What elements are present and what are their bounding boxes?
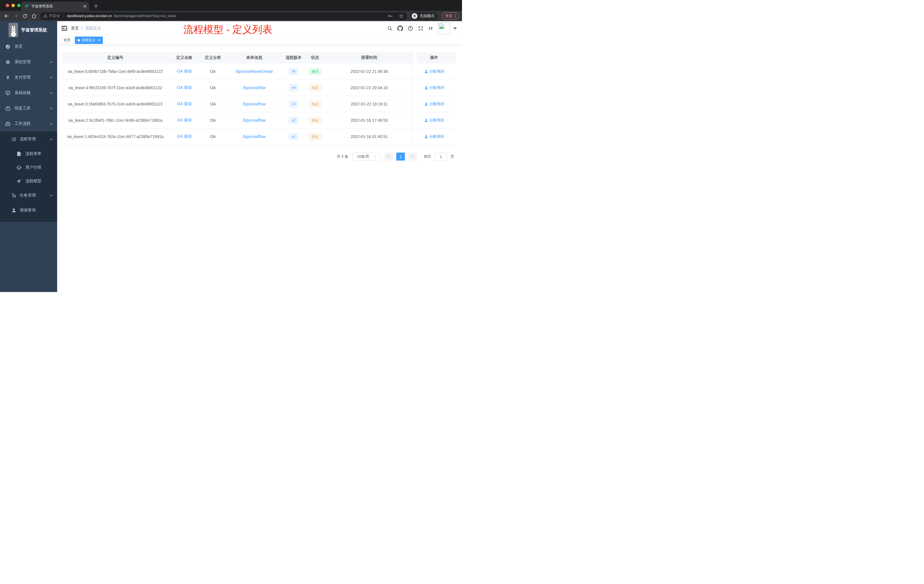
sidebar-item-task-management[interactable]: 任务管理: [0, 188, 57, 203]
home-button[interactable]: [30, 12, 38, 20]
status-badge: 挂起: [309, 84, 322, 91]
tag-process-definition[interactable]: 流程定义: [75, 36, 103, 44]
table-row: oa_leave:4:991f2193-7b7f-11ec-a3c8-acde4…: [62, 80, 456, 96]
not-secure-label[interactable]: 不安全: [49, 14, 60, 18]
sidebar-item-payment[interactable]: ¥ 支付管理: [0, 70, 57, 85]
sidebar-item-user-group[interactable]: 用户分组: [0, 160, 57, 174]
column-header-id: 定义编号: [62, 52, 168, 63]
assign-rule-button[interactable]: 分配规则: [424, 85, 444, 90]
address-bar[interactable]: 不安全 dashboard.yudao.iocoder.cn/bpm/manag…: [40, 12, 407, 20]
browser-toolbar: 不安全 dashboard.yudao.iocoder.cn/bpm/manag…: [0, 11, 462, 21]
sidebar-item-label: 首页: [15, 44, 23, 49]
yen-icon: ¥: [5, 75, 10, 80]
sidebar-item-system[interactable]: 系统管理: [0, 54, 57, 70]
search-icon[interactable]: [386, 25, 393, 31]
incognito-label: 无痕模式: [420, 13, 435, 18]
status-badge: 挂起: [309, 133, 322, 140]
font-size-icon[interactable]: tT: [428, 25, 434, 31]
forward-button[interactable]: [12, 12, 20, 20]
tag-close-icon[interactable]: [98, 39, 100, 41]
new-tab-button[interactable]: [92, 2, 100, 10]
column-header-category: 定义分类: [200, 52, 226, 63]
sidebar-item-label: 工作流程: [15, 121, 31, 126]
definition-name-link[interactable]: OA 请假: [177, 69, 191, 74]
chevron-down-icon: [50, 195, 53, 196]
assign-rule-label: 分配规则: [429, 101, 444, 107]
definition-name-link[interactable]: OA 请假: [177, 118, 191, 123]
help-icon[interactable]: ?: [407, 25, 413, 31]
form-info-link[interactable]: /bpm/oa/flow: [243, 118, 266, 122]
prev-page-button[interactable]: [384, 153, 393, 160]
table-row: oa_leave:2:3c1f0ef1-76b1-11ec-9c66-a2380…: [62, 112, 456, 129]
version-badge: v3: [289, 101, 298, 107]
sidebar-item-label: 研发工具: [15, 106, 31, 111]
url-path: /bpm/manager/definition?key=oa_leave: [114, 14, 176, 18]
goto-page-input[interactable]: [435, 153, 447, 160]
update-label[interactable]: 更新: [445, 13, 452, 18]
password-key-icon[interactable]: [388, 13, 393, 18]
back-button[interactable]: [2, 12, 11, 20]
assign-rule-button[interactable]: 分配规则: [424, 134, 444, 139]
form-info-link[interactable]: /bpm/oa/flow: [243, 86, 266, 90]
sidebar-item-infrastructure[interactable]: 基础设施: [0, 85, 57, 101]
omnibox-divider: [63, 14, 64, 18]
definition-name-link[interactable]: OA 请假: [177, 85, 191, 90]
table-row: oa_leave:3:1fad3d93-7b75-11ec-a3c8-acde4…: [62, 96, 456, 112]
cell-deploy-time: 2022-01-22 19:19:11: [326, 102, 412, 106]
chevron-right-icon: [411, 155, 414, 158]
main-area: 首页 / 流程定义 ? tT 流程模型 - 定义列表: [57, 21, 462, 292]
sidebar-item-process-management[interactable]: 流程管理: [0, 132, 57, 147]
dashboard-icon: [5, 44, 10, 49]
page-size-select[interactable]: 10条/页: [352, 153, 381, 160]
reload-button[interactable]: [21, 12, 29, 20]
tag-label: 首页: [64, 38, 71, 43]
form-info-link[interactable]: /bpm/oa/flow: [243, 134, 266, 139]
github-icon[interactable]: [397, 25, 403, 31]
avatar-dropdown-caret-icon[interactable]: [454, 27, 457, 30]
page-number-button[interactable]: 1: [396, 153, 405, 160]
sidebar-item-home[interactable]: 首页: [0, 39, 57, 54]
sidebar-item-process-model[interactable]: 流程模型: [0, 174, 57, 188]
chevron-left-icon: [388, 155, 390, 158]
navbar-actions: ? tT: [386, 21, 457, 35]
form-info-link[interactable]: /bpm/oa/flow: [243, 102, 266, 106]
cell-deploy-time: 2022-01-16 01:40:51: [326, 134, 412, 139]
select-caret-icon: [373, 156, 376, 157]
zoom-window-button[interactable]: [17, 4, 21, 7]
chevron-down-icon: [50, 92, 53, 94]
form-info-link[interactable]: /bpm/oa/leave/create: [236, 69, 273, 74]
close-window-button[interactable]: [6, 4, 9, 7]
toolbox-icon: [5, 106, 10, 111]
avatar[interactable]: [438, 22, 450, 34]
sidebar-item-process-form[interactable]: 流程表单: [0, 147, 57, 160]
tab-close-icon[interactable]: [83, 5, 86, 8]
browser-menu-icon[interactable]: [455, 14, 455, 18]
bookmark-star-icon[interactable]: [399, 14, 404, 18]
favicon-seedling-icon: [25, 4, 29, 8]
sidebar-item-label: 流程表单: [25, 151, 41, 156]
assign-rule-button[interactable]: 分配规则: [424, 118, 444, 123]
tag-home[interactable]: 首页: [61, 36, 73, 44]
incognito-badge: 无痕模式: [411, 12, 438, 20]
breadcrumb-home[interactable]: 首页: [71, 26, 79, 31]
tags-view-bar: 首页 流程定义: [57, 35, 462, 45]
assign-rule-button[interactable]: 分配规则: [424, 69, 444, 74]
sidebar-item-workflow[interactable]: 工作流程: [0, 116, 57, 132]
sidebar-item-devtools[interactable]: 研发工具: [0, 101, 57, 116]
sidebar-logo[interactable]: 芋道管理系统: [0, 21, 57, 39]
sidebar-toggle-icon[interactable]: [61, 25, 68, 31]
browser-update-button[interactable]: 更新: [442, 12, 459, 20]
assign-rule-button[interactable]: 分配规则: [424, 101, 444, 107]
definition-name-link[interactable]: OA 请假: [177, 101, 191, 107]
sidebar-item-leave-query[interactable]: 请假查询: [0, 203, 57, 218]
version-badge: v1: [289, 133, 298, 140]
version-badge: v2: [289, 117, 298, 124]
minimize-window-button[interactable]: [12, 4, 15, 7]
column-header-version: 流程版本: [283, 52, 304, 63]
browser-tab[interactable]: 芋道管理系统: [21, 2, 89, 11]
definition-name-link[interactable]: OA 请假: [177, 134, 191, 139]
active-dot-icon: [78, 39, 80, 41]
assign-rule-label: 分配规则: [429, 69, 444, 74]
next-page-button[interactable]: [408, 153, 417, 160]
fullscreen-icon[interactable]: [417, 25, 424, 31]
